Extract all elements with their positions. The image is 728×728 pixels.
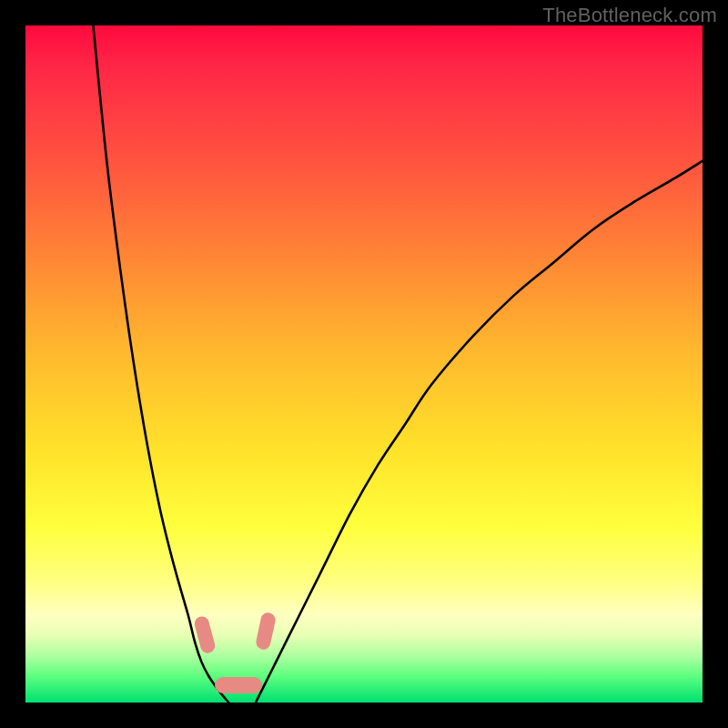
curve-left-branch [93, 25, 228, 703]
curve-right-branch [256, 161, 703, 703]
curve-layer [25, 25, 703, 703]
watermark-text: TheBottleneck.com [542, 4, 717, 27]
plot-area [25, 25, 703, 703]
marker-bottom [215, 677, 262, 693]
chart-frame: TheBottleneck.com [0, 0, 728, 728]
